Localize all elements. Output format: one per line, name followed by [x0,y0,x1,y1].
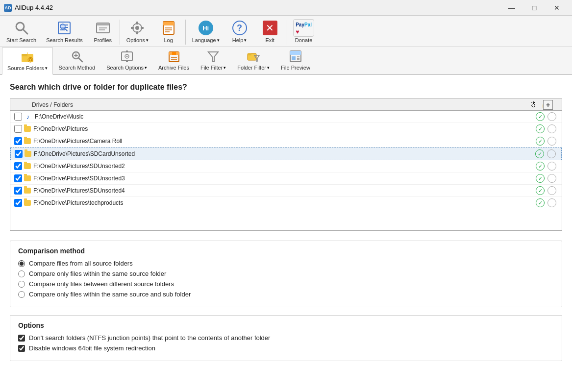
row3-check: ✓ [536,137,545,146]
help-label: Help [232,37,244,43]
donate-label: Donate [295,37,312,43]
sep1 [120,20,120,45]
comparison-option-4: Compare only files within the same sourc… [18,291,554,298]
row3-lock [547,137,556,146]
row4-path: F:\OneDrive\Pictures\SDCardUnsorted [34,150,534,157]
ribbon-archive-files[interactable]: Archive Files [153,47,195,74]
toolbar-search-results[interactable]: Search Results [42,18,87,47]
table-row[interactable]: F:\OneDrive\Pictures\SDUnsorted2 ✓ [10,160,562,172]
profiles-label: Profiles [94,37,112,43]
table-row[interactable]: F:\OneDrive\Pictures\SDCardUnsorted ✓ [10,147,562,160]
ribbon-file-preview[interactable]: File Preview [275,47,316,74]
opt2-checkbox[interactable] [18,345,25,352]
cmp4-radio[interactable] [18,291,25,298]
folder-icon [25,151,31,157]
close-button[interactable]: ✕ [546,0,568,16]
maximize-button[interactable]: □ [523,0,546,16]
row8-path: F:\OneDrive\Pictures\techproducts [33,199,534,206]
svg-rect-40 [172,52,176,55]
toolbar-log[interactable]: Log [154,18,183,47]
opt1-checkbox[interactable] [18,335,25,342]
svg-rect-37 [126,60,128,62]
row3-checkbox[interactable] [14,137,22,145]
ribbon: Source Folders ▾ Search Method [0,47,572,75]
folder-list-scroll[interactable]: ♪ F:\OneDrive\Music ✓ F:\OneDrive\Pictur… [10,111,562,230]
row4-lock [547,149,556,158]
file-preview-label: File Preview [281,65,310,71]
title-bar-controls: — □ ✕ [500,0,568,16]
help-icon: ? [232,20,248,36]
folder-filter-arrow: ▾ [267,65,270,70]
row2-check: ✓ [536,124,545,133]
add-folder-button[interactable]: + [543,100,553,110]
row2-checkbox[interactable] [14,125,22,133]
table-row[interactable]: F:\OneDrive\Pictures\techproducts ✓ [10,197,562,209]
source-folders-label: Source Folders [7,65,44,71]
svg-rect-24 [22,54,27,56]
option-1-row: Don't search folders (NTFS junction poin… [18,334,554,342]
row4-checkbox[interactable] [15,150,23,158]
ribbon-search-method[interactable]: Search Method [53,47,101,74]
search-results-label: Search Results [46,37,83,43]
row2-lock [547,124,556,133]
folder-col-sub: ⛣ [527,101,539,108]
table-row[interactable]: ♪ F:\OneDrive\Music ✓ [10,111,562,123]
start-search-icon [14,20,29,36]
options-label: Options [126,37,145,43]
search-method-icon [70,49,84,63]
ribbon-folder-filter[interactable]: Folder Filter ▾ [232,47,275,74]
exit-label: Exit [265,37,274,43]
toolbar-start-search[interactable]: Start Search [2,18,41,47]
toolbar-options[interactable]: Options ▾ [122,18,153,47]
minimize-button[interactable]: — [500,0,523,16]
row7-lock [547,186,556,195]
cmp3-radio[interactable] [18,281,25,288]
comparison-option-1: Compare files from all source folders [18,260,554,267]
ribbon-search-options[interactable]: Search Options ▾ [101,47,152,74]
cmp4-label: Compare only files within the same sourc… [29,291,191,298]
svg-rect-45 [248,53,251,55]
toolbar-language[interactable]: Hi Language ▾ [188,18,224,47]
search-options-icon [120,49,134,63]
comparison-option-3: Compare only files between different sou… [18,280,554,288]
row5-lock [547,162,556,171]
cmp2-radio[interactable] [18,270,25,277]
main-content: Search which drive or folder for duplica… [0,75,572,392]
row6-check: ✓ [536,174,545,183]
cmp1-radio[interactable] [18,260,25,267]
option-2-row: Disable windows 64bit file system redire… [18,344,554,352]
main-toolbar: Start Search Search Results Profil [0,16,572,47]
row7-checkbox[interactable] [14,187,22,195]
search-options-label: Search Options [106,65,144,71]
cmp2-label: Compare only files within the same sourc… [29,270,166,277]
table-row[interactable]: F:\OneDrive\Pictures\Camera Roll ✓ [10,135,562,147]
row1-checkbox[interactable] [14,113,22,121]
row8-checkbox[interactable] [14,199,22,207]
table-row[interactable]: F:\OneDrive\Pictures ✓ [10,123,562,135]
toolbar-profiles[interactable]: Profiles [88,18,118,47]
archive-files-label: Archive Files [158,65,189,71]
music-icon: ♪ [24,113,32,121]
options-arrow: ▾ [146,38,149,43]
cmp3-label: Compare only files between different sou… [29,280,174,288]
row8-lock [547,198,556,207]
row8-check: ✓ [536,198,545,207]
ribbon-file-filter[interactable]: File Filter ▾ [195,47,231,74]
folder-icon [24,163,31,169]
toolbar-exit[interactable]: ✕ Exit [255,18,285,47]
table-row[interactable]: F:\OneDrive\Pictures\SDUnsorted3 ✓ [10,172,562,185]
archive-files-icon [167,49,181,63]
folder-icon [24,126,31,132]
options-section: Options Don't search folders (NTFS junct… [10,315,562,361]
row4-check: ✓ [535,149,544,158]
ribbon-source-folders[interactable]: Source Folders ▾ [2,47,53,75]
row7-check: ✓ [536,186,545,195]
row7-path: F:\OneDrive\Pictures\SDUnsorted4 [33,187,534,194]
row6-checkbox[interactable] [14,174,22,182]
svg-rect-32 [75,53,76,57]
table-row[interactable]: F:\OneDrive\Pictures\SDUnsorted4 ✓ [10,185,562,197]
toolbar-help[interactable]: ? Help ▾ [225,18,254,47]
toolbar-donate[interactable]: PayPal ♥ Donate [289,18,319,47]
donate-icon: PayPal ♥ [296,20,312,36]
row5-checkbox[interactable] [14,162,22,170]
